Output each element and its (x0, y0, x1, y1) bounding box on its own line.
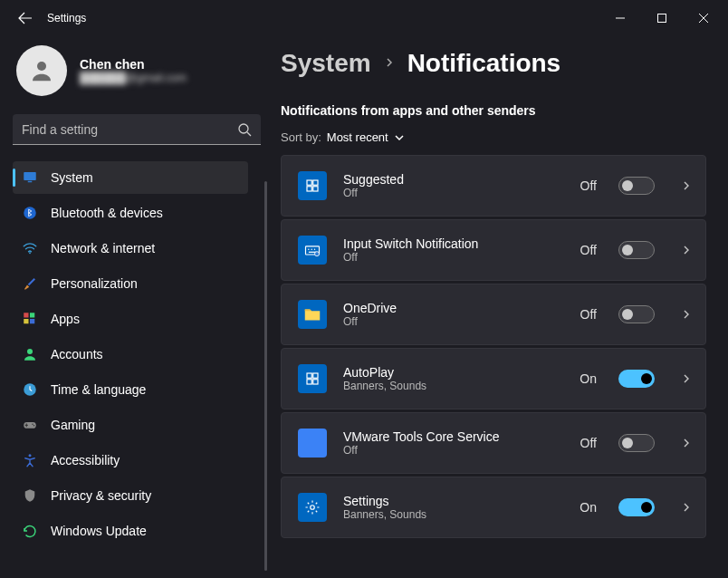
bluetooth-icon (22, 205, 38, 221)
app-row[interactable]: OneDrive Off Off (281, 284, 706, 345)
chevron-right-icon (680, 308, 693, 321)
avatar (16, 45, 67, 96)
svg-rect-29 (307, 380, 311, 384)
chevron-down-icon (394, 132, 405, 143)
shield-icon (22, 487, 38, 504)
update-icon (22, 523, 38, 539)
search-icon (237, 122, 252, 137)
svg-rect-18 (313, 180, 318, 185)
notification-toggle[interactable] (618, 498, 655, 516)
close-button[interactable] (683, 4, 724, 33)
back-button[interactable] (4, 0, 47, 36)
chevron-right-icon (680, 501, 693, 514)
app-name: OneDrive (343, 301, 564, 315)
app-row[interactable]: AutoPlay Banners, Sounds On (281, 348, 706, 409)
sidebar-item-privacy-security[interactable]: Privacy & security (13, 479, 248, 512)
svg-rect-9 (24, 319, 28, 323)
sidebar-item-label: Time & language (51, 382, 146, 397)
app-row[interactable]: Input Switch Notification Off Off (281, 219, 706, 281)
sidebar-item-label: Accounts (51, 347, 103, 361)
search-input[interactable] (13, 114, 261, 145)
window-title: Settings (47, 12, 86, 24)
notification-toggle[interactable] (618, 370, 655, 388)
sidebar-item-label: Bluetooth & devices (51, 206, 163, 220)
sort-by: Sort by: Most recent (281, 130, 706, 144)
svg-point-15 (34, 425, 35, 427)
svg-rect-3 (24, 172, 36, 180)
gamepad-icon (22, 417, 38, 433)
app-row[interactable]: Suggested Off Off (281, 155, 706, 217)
square-icon (298, 429, 327, 458)
sidebar-item-network-internet[interactable]: Network & internet (13, 232, 248, 265)
person-icon (22, 346, 38, 362)
monitor-icon (22, 169, 38, 186)
grid-icon (298, 364, 327, 393)
svg-rect-0 (658, 14, 666, 23)
brush-icon (22, 275, 38, 292)
app-sub: Off (343, 251, 564, 264)
sidebar-item-personalization[interactable]: Personalization (13, 267, 248, 300)
sidebar-item-apps[interactable]: Apps (13, 303, 248, 335)
svg-point-5 (24, 207, 36, 219)
app-sub: Off (343, 187, 564, 199)
svg-point-16 (29, 454, 32, 457)
nav-list: SystemBluetooth & devicesNetwork & inter… (13, 161, 261, 547)
gear-icon (298, 493, 327, 522)
user-name: Chen chen (80, 57, 187, 72)
search-wrap (13, 114, 261, 145)
notification-toggle[interactable] (618, 434, 655, 452)
content: System Notifications Notifications from … (273, 36, 728, 578)
app-sub: Banners, Sounds (343, 380, 563, 392)
clock-icon (22, 381, 38, 398)
minimize-icon (616, 14, 625, 23)
app-sub: Off (343, 315, 564, 328)
notification-toggle[interactable] (618, 305, 655, 323)
maximize-button[interactable] (641, 4, 683, 33)
svg-point-24 (314, 248, 316, 250)
svg-point-1 (37, 62, 46, 71)
sidebar-item-system[interactable]: System (13, 161, 248, 194)
svg-rect-8 (30, 313, 34, 317)
svg-rect-27 (307, 373, 311, 378)
toggle-state-label: Off (580, 243, 597, 257)
sidebar-item-label: Apps (51, 312, 80, 326)
svg-point-26 (315, 252, 320, 256)
sidebar-item-windows-update[interactable]: Windows Update (13, 515, 248, 547)
sidebar-item-time-language[interactable]: Time & language (13, 373, 248, 406)
chevron-right-icon (680, 244, 693, 256)
person-icon (28, 57, 55, 84)
svg-rect-28 (313, 373, 318, 378)
svg-point-11 (27, 349, 33, 354)
notification-toggle[interactable] (618, 241, 655, 259)
svg-rect-20 (313, 187, 318, 191)
sidebar-item-label: System (51, 170, 93, 185)
svg-rect-17 (307, 180, 311, 185)
grid-icon (298, 171, 327, 200)
toggle-state-label: On (580, 371, 597, 386)
sidebar-item-label: Personalization (51, 276, 138, 291)
svg-rect-10 (30, 319, 34, 323)
sidebar-item-bluetooth-devices[interactable]: Bluetooth & devices (13, 197, 248, 229)
toggle-state-label: On (580, 500, 597, 515)
svg-rect-7 (24, 313, 28, 317)
app-row[interactable]: Settings Banners, Sounds On (281, 477, 706, 538)
sidebar-item-label: Windows Update (51, 524, 147, 538)
chevron-right-icon (680, 179, 693, 192)
sort-by-value[interactable]: Most recent (327, 130, 405, 144)
profile[interactable]: Chen chen ██████@gmail.com (13, 45, 261, 96)
breadcrumb-parent[interactable]: System (281, 49, 371, 78)
minimize-button[interactable] (599, 4, 641, 33)
chevron-right-icon (680, 372, 693, 385)
notification-toggle[interactable] (618, 177, 655, 195)
app-name: Suggested (343, 172, 564, 187)
app-sub: Banners, Sounds (343, 508, 563, 521)
app-row[interactable]: VMware Tools Core Service Off Off (281, 412, 706, 474)
app-name: Settings (343, 494, 563, 508)
user-email: ██████@gmail.com (80, 72, 187, 84)
sidebar-item-accessibility[interactable]: Accessibility (13, 444, 248, 477)
sidebar-scrollbar[interactable] (264, 181, 267, 571)
sidebar-item-gaming[interactable]: Gaming (13, 409, 248, 441)
svg-point-6 (29, 252, 31, 254)
svg-rect-19 (307, 187, 311, 191)
sidebar-item-accounts[interactable]: Accounts (13, 338, 248, 371)
